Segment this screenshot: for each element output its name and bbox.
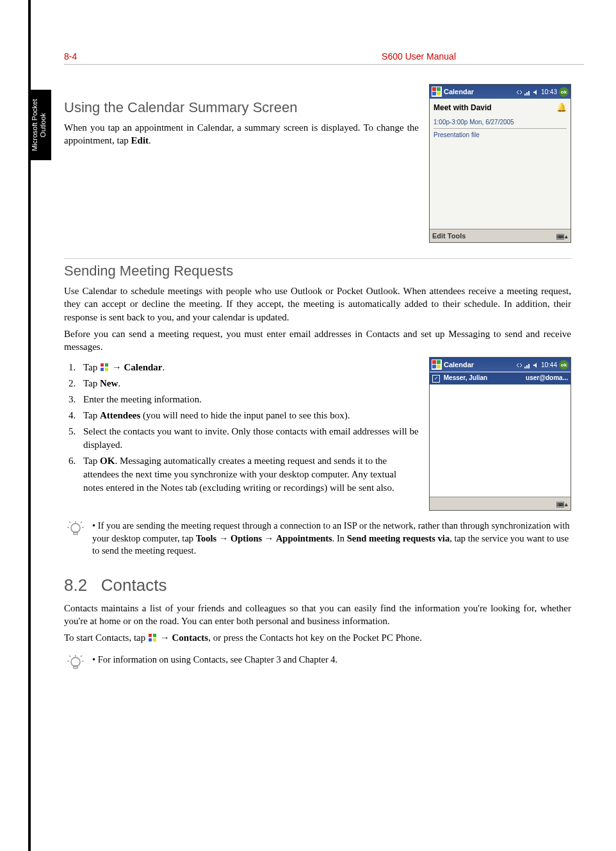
step-3: Enter the meeting information. [78, 393, 419, 406]
signal-icon [524, 361, 531, 368]
side-tab-line2: Outlook [40, 113, 47, 137]
svg-rect-11 [105, 368, 108, 371]
sip-arrow-icon: ▴ [565, 501, 568, 508]
doc-title: S600 User Manual [382, 51, 456, 62]
svg-line-26 [81, 522, 82, 523]
page-header: 8-4 S600 User Manual [64, 51, 584, 65]
svg-rect-12 [432, 360, 436, 364]
reminder-bell-icon: 🔔 [556, 103, 567, 112]
contact-check-icon: ✓ [432, 375, 440, 383]
ppc2-title: Calendar [444, 361, 514, 368]
svg-rect-29 [149, 638, 152, 641]
ppc1-titlebar: Calendar 10:43 ok [430, 85, 571, 99]
tip-contacts-info: For information on using Contacts, see C… [64, 654, 571, 672]
step-5: Select the contacts you want to invite. … [78, 425, 419, 452]
svg-rect-18 [528, 364, 530, 368]
ok-button-icon: ok [559, 360, 569, 370]
sip-arrow-icon: ▴ [565, 233, 568, 240]
ppc1-meet-title: Meet with David [434, 103, 492, 112]
ppc2-bottombar: ⌨▴ [430, 497, 571, 510]
svg-rect-1 [437, 87, 441, 91]
section2-para1: Use Calendar to schedule meetings with p… [64, 285, 571, 324]
svg-rect-5 [526, 92, 528, 95]
svg-rect-27 [149, 634, 152, 637]
svg-rect-9 [105, 363, 108, 367]
ppc2-titlebar: Calendar 10:44 ok [430, 358, 571, 372]
section2-para2: Before you can send a meeting request, y… [64, 327, 571, 354]
svg-rect-21 [74, 532, 77, 534]
ppc1-meet-time: 1:00p-3:00p Mon, 6/27/2005 [434, 119, 567, 129]
sync-icon [516, 88, 523, 95]
svg-point-20 [71, 524, 80, 533]
svg-line-36 [69, 656, 70, 657]
page-number: 8-4 [64, 51, 77, 62]
ok-button-icon: ok [559, 87, 569, 97]
svg-rect-32 [74, 666, 77, 668]
step-2: Tap New. [78, 377, 419, 390]
ppc1-bottombar: Edit Tools ⌨▴ [430, 229, 571, 242]
svg-rect-2 [432, 92, 436, 95]
ppc2-contact-row: ✓ Messer, Julian user@doma... [430, 372, 571, 384]
svg-rect-4 [524, 94, 526, 95]
lightbulb-tip-icon [67, 654, 85, 672]
svg-rect-10 [101, 368, 104, 371]
svg-rect-15 [437, 365, 441, 368]
volume-icon [533, 361, 539, 368]
svg-rect-3 [437, 92, 441, 95]
signal-icon [524, 88, 531, 95]
section-heading-summary: Using the Calendar Summary Screen [64, 99, 419, 116]
ppc-screenshot-attendees: Calendar 10:44 ok ✓ Messer, Julian [429, 357, 571, 511]
tip2-text: For information on using Contacts, see C… [92, 654, 571, 666]
sync-icon [516, 361, 523, 368]
svg-rect-16 [524, 367, 526, 368]
windows-start-icon [148, 632, 158, 641]
svg-line-37 [81, 656, 82, 657]
svg-rect-14 [432, 365, 436, 368]
start-flag-icon [432, 359, 442, 370]
contacts-para1: Contacts maintains a list of your friend… [64, 602, 571, 628]
ppc1-note: Presentation file [434, 131, 567, 138]
section-heading-meeting: Sending Meeting Requests [64, 258, 571, 279]
svg-rect-8 [101, 363, 104, 367]
side-tab-line1: Microsoft Pocket [31, 99, 39, 151]
svg-point-31 [71, 657, 80, 666]
ppc2-contact-email: user@doma... [526, 374, 568, 383]
svg-rect-6 [528, 91, 530, 95]
side-tab: Microsoft Pocket Outlook [28, 90, 51, 160]
tip-meeting-request: If you are sending the meeting request t… [64, 520, 571, 558]
ppc2-contact-name: Messer, Julian [444, 374, 487, 381]
svg-marker-7 [533, 90, 537, 95]
volume-icon [533, 88, 539, 95]
section1-para: When you tap an appointment in Calendar,… [64, 121, 419, 147]
contacts-para2: To start Contacts, tap → Contacts, or pr… [64, 631, 571, 644]
ppc-screenshot-summary: Calendar 10:43 ok Meet with David 🔔 1:00 [429, 84, 571, 243]
step-6: Tap OK. Messaging automatically creates … [78, 454, 419, 495]
windows-start-icon [100, 362, 109, 371]
svg-rect-0 [432, 87, 436, 91]
ppc2-clock: 10:44 [541, 361, 557, 368]
ppc1-body: Meet with David 🔔 1:00p-3:00p Mon, 6/27/… [430, 99, 571, 229]
keyboard-icon: ⌨ [556, 502, 564, 508]
ppc1-edit-tools: Edit Tools [432, 232, 466, 240]
ppc1-title: Calendar [444, 88, 514, 95]
svg-line-25 [69, 522, 70, 523]
step-1: Tap → Calendar. [78, 361, 419, 374]
ppc2-body: ✓ Messer, Julian user@doma... [430, 372, 571, 497]
keyboard-icon: ⌨ [556, 234, 564, 240]
svg-rect-17 [526, 365, 528, 368]
svg-rect-13 [437, 360, 441, 364]
step-4: Tap Attendees (you will need to hide the… [78, 409, 419, 422]
ppc1-clock: 10:43 [541, 88, 557, 95]
start-flag-icon [432, 87, 442, 97]
svg-rect-28 [153, 634, 156, 637]
svg-marker-19 [533, 363, 537, 368]
tip1-text: If you are sending the meeting request t… [92, 520, 571, 558]
meeting-steps-list: Tap → Calendar. Tap New. Enter the meeti… [64, 361, 419, 495]
chapter-heading-contacts: 8.2 Contacts [64, 575, 571, 595]
svg-rect-30 [153, 638, 156, 641]
lightbulb-tip-icon [67, 520, 85, 538]
